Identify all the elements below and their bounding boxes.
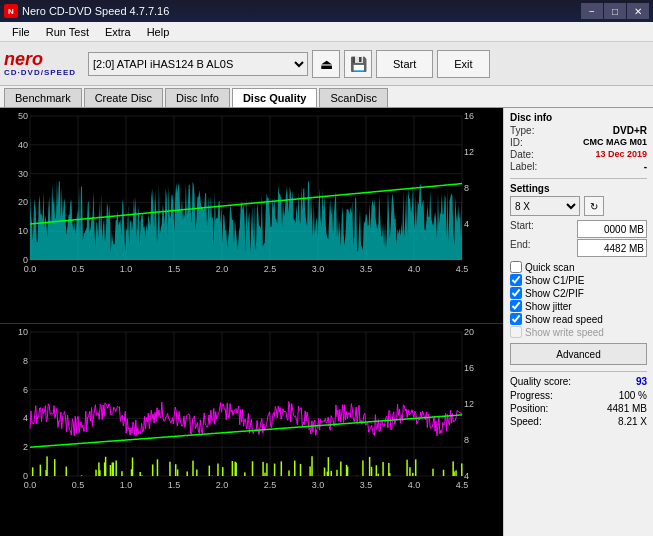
eject-button[interactable]: ⏏: [312, 50, 340, 78]
speed-label: Speed:: [510, 416, 542, 427]
menu-bar: File Run Test Extra Help: [0, 22, 653, 42]
divider-1: [510, 178, 647, 179]
tab-disc-info[interactable]: Disc Info: [165, 88, 230, 107]
tab-bar: Benchmark Create Disc Disc Info Disc Qua…: [0, 86, 653, 108]
disc-label-label: Label:: [510, 161, 537, 172]
menu-file[interactable]: File: [4, 24, 38, 40]
end-label: End:: [510, 239, 531, 257]
disc-date-value: 13 Dec 2019: [595, 149, 647, 160]
nero-logo-text: nero: [4, 50, 43, 68]
exit-button[interactable]: Exit: [437, 50, 489, 78]
show-c1-checkbox[interactable]: [510, 274, 522, 286]
quality-score-row: Quality score: 93: [510, 376, 647, 387]
menu-extra[interactable]: Extra: [97, 24, 139, 40]
settings-title: Settings: [510, 183, 647, 194]
speed-select[interactable]: 8 X 4 X Max: [510, 196, 580, 216]
speed-row: 8 X 4 X Max ↻: [510, 196, 647, 216]
disc-info-title: Disc info: [510, 112, 647, 123]
tab-scan-disc[interactable]: ScanDisc: [319, 88, 387, 107]
tab-benchmark[interactable]: Benchmark: [4, 88, 82, 107]
app-icon: N: [4, 4, 18, 18]
chart-bottom: [0, 324, 503, 537]
show-write-speed-checkbox: [510, 326, 522, 338]
refresh-button[interactable]: ↻: [584, 196, 604, 216]
settings-section: Settings 8 X 4 X Max ↻ Start: End: Quick…: [510, 183, 647, 365]
menu-help[interactable]: Help: [139, 24, 178, 40]
advanced-button[interactable]: Advanced: [510, 343, 647, 365]
quality-score-label: Quality score:: [510, 376, 571, 387]
maximize-button[interactable]: □: [604, 3, 626, 19]
show-read-speed-checkbox[interactable]: [510, 313, 522, 325]
end-input[interactable]: [577, 239, 647, 257]
disc-id-value: CMC MAG M01: [583, 137, 647, 148]
show-jitter-label: Show jitter: [525, 301, 572, 312]
start-row: Start:: [510, 220, 647, 238]
divider-2: [510, 371, 647, 372]
main-content: Disc info Type: DVD+R ID: CMC MAG M01 Da…: [0, 108, 653, 536]
show-read-speed-label: Show read speed: [525, 314, 603, 325]
end-row: End:: [510, 239, 647, 257]
tab-disc-quality[interactable]: Disc Quality: [232, 88, 318, 107]
quick-scan-checkbox[interactable]: [510, 261, 522, 273]
start-button[interactable]: Start: [376, 50, 433, 78]
show-write-speed-row: Show write speed: [510, 326, 647, 338]
title-bar: N Nero CD-DVD Speed 4.7.7.16 − □ ✕: [0, 0, 653, 22]
quick-scan-label: Quick scan: [525, 262, 574, 273]
position-label: Position:: [510, 403, 548, 414]
show-write-speed-label: Show write speed: [525, 327, 604, 338]
quality-section: Quality score: 93 Progress: 100 % Positi…: [510, 376, 647, 427]
disc-label-value: -: [644, 161, 647, 172]
progress-row: Progress: 100 %: [510, 390, 647, 401]
toolbar: nero CD·DVD/SPEED [2:0] ATAPI iHAS124 B …: [0, 42, 653, 86]
disc-type-label: Type:: [510, 125, 534, 136]
progress-label: Progress:: [510, 390, 553, 401]
close-button[interactable]: ✕: [627, 3, 649, 19]
show-jitter-checkbox[interactable]: [510, 300, 522, 312]
disc-date-row: Date: 13 Dec 2019: [510, 149, 647, 160]
disc-info-section: Disc info Type: DVD+R ID: CMC MAG M01 Da…: [510, 112, 647, 172]
window-controls: − □ ✕: [581, 3, 649, 19]
chart-top: [0, 108, 503, 324]
progress-value: 100 %: [619, 390, 647, 401]
show-jitter-row: Show jitter: [510, 300, 647, 312]
show-read-speed-row: Show read speed: [510, 313, 647, 325]
show-c2-checkbox[interactable]: [510, 287, 522, 299]
show-c1-row: Show C1/PIE: [510, 274, 647, 286]
minimize-button[interactable]: −: [581, 3, 603, 19]
right-panel: Disc info Type: DVD+R ID: CMC MAG M01 Da…: [503, 108, 653, 536]
start-label: Start:: [510, 220, 534, 238]
show-c2-row: Show C2/PIF: [510, 287, 647, 299]
quality-score-value: 93: [636, 376, 647, 387]
disc-type-value: DVD+R: [613, 125, 647, 136]
nero-logo-subtitle: CD·DVD/SPEED: [4, 68, 76, 77]
chart-area: [0, 108, 503, 536]
window-title: Nero CD-DVD Speed 4.7.7.16: [22, 5, 169, 17]
tab-create-disc[interactable]: Create Disc: [84, 88, 163, 107]
save-button[interactable]: 💾: [344, 50, 372, 78]
disc-type-row: Type: DVD+R: [510, 125, 647, 136]
disc-id-row: ID: CMC MAG M01: [510, 137, 647, 148]
disc-date-label: Date:: [510, 149, 534, 160]
disc-label-row: Label: -: [510, 161, 647, 172]
position-value: 4481 MB: [607, 403, 647, 414]
disc-id-label: ID:: [510, 137, 523, 148]
nero-logo: nero CD·DVD/SPEED: [4, 50, 76, 77]
speed-value: 8.21 X: [618, 416, 647, 427]
speed-row-quality: Speed: 8.21 X: [510, 416, 647, 427]
start-input[interactable]: [577, 220, 647, 238]
show-c2-label: Show C2/PIF: [525, 288, 584, 299]
quick-scan-row: Quick scan: [510, 261, 647, 273]
position-row: Position: 4481 MB: [510, 403, 647, 414]
drive-select[interactable]: [2:0] ATAPI iHAS124 B AL0S: [88, 52, 308, 76]
menu-run-test[interactable]: Run Test: [38, 24, 97, 40]
show-c1-label: Show C1/PIE: [525, 275, 584, 286]
